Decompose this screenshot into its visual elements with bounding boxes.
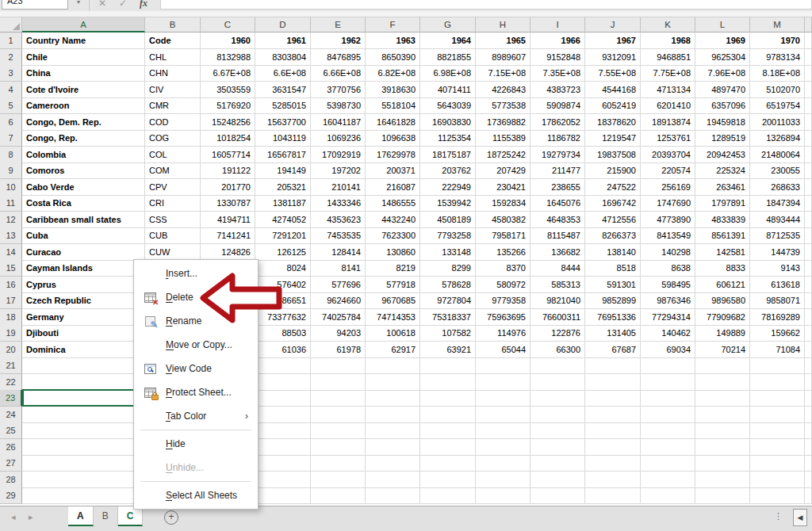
select-all-corner[interactable] bbox=[0, 17, 22, 32]
cell[interactable] bbox=[641, 390, 695, 407]
formula-input[interactable] bbox=[160, 0, 812, 10]
row-header-13[interactable]: 13 bbox=[0, 227, 22, 244]
cell[interactable]: 138140 bbox=[585, 244, 641, 261]
cell[interactable]: 576402 bbox=[255, 277, 311, 293]
cell[interactable] bbox=[641, 439, 695, 456]
cell[interactable] bbox=[420, 374, 476, 391]
cell[interactable] bbox=[311, 407, 366, 423]
cell[interactable] bbox=[530, 472, 585, 488]
cell[interactable] bbox=[366, 472, 420, 488]
cell[interactable]: 1381187 bbox=[255, 195, 311, 212]
cell[interactable]: 225324 bbox=[695, 162, 750, 179]
cell[interactable] bbox=[805, 162, 812, 179]
column-header-l[interactable]: L bbox=[695, 17, 750, 32]
cell[interactable] bbox=[750, 455, 805, 472]
cell[interactable] bbox=[805, 179, 812, 196]
cell[interactable] bbox=[476, 357, 530, 374]
column-header-i[interactable]: I bbox=[530, 17, 585, 32]
cell[interactable] bbox=[750, 357, 805, 374]
row-header-3[interactable]: 3 bbox=[0, 65, 22, 82]
cell[interactable]: 16041187 bbox=[311, 114, 366, 131]
cell[interactable] bbox=[530, 357, 585, 374]
cell[interactable] bbox=[255, 407, 311, 423]
row-header-7[interactable]: 7 bbox=[0, 130, 22, 147]
cell[interactable] bbox=[530, 390, 585, 407]
cell[interactable] bbox=[311, 487, 366, 504]
cell[interactable]: Country Name bbox=[22, 32, 145, 49]
cell[interactable]: 1966 bbox=[530, 32, 585, 49]
cell[interactable] bbox=[695, 455, 750, 472]
cell[interactable]: 591301 bbox=[585, 277, 641, 293]
cell[interactable]: 5773538 bbox=[476, 97, 530, 114]
cell[interactable]: CHN bbox=[145, 65, 201, 82]
cell[interactable] bbox=[585, 374, 641, 391]
cell[interactable]: 8303804 bbox=[255, 49, 311, 66]
cell[interactable]: 1155389 bbox=[476, 130, 530, 147]
cell[interactable]: 6.67E+08 bbox=[201, 65, 255, 82]
cell[interactable] bbox=[366, 357, 420, 374]
cell[interactable] bbox=[805, 32, 812, 49]
cell[interactable]: 1964 bbox=[420, 32, 476, 49]
cell[interactable]: 222949 bbox=[420, 179, 476, 196]
cell[interactable]: 8712535 bbox=[750, 227, 805, 244]
cell[interactable]: Congo, Dem. Rep. bbox=[22, 114, 145, 131]
cell[interactable] bbox=[695, 374, 750, 391]
column-header-e[interactable]: E bbox=[311, 17, 366, 32]
row-header-26[interactable]: 26 bbox=[0, 439, 22, 456]
cell[interactable] bbox=[366, 455, 420, 472]
row-header-4[interactable]: 4 bbox=[0, 82, 22, 98]
cell[interactable]: 16903830 bbox=[420, 114, 476, 131]
cell[interactable]: 8989607 bbox=[476, 49, 530, 66]
cell[interactable] bbox=[311, 390, 366, 407]
cell[interactable]: 1096638 bbox=[366, 130, 420, 147]
cell[interactable] bbox=[255, 390, 311, 407]
cell[interactable] bbox=[585, 390, 641, 407]
cell[interactable]: 16461828 bbox=[366, 114, 420, 131]
cell[interactable]: 100618 bbox=[366, 325, 420, 342]
column-header-d[interactable]: D bbox=[255, 17, 311, 32]
cell[interactable]: 8413549 bbox=[641, 227, 695, 244]
cell[interactable] bbox=[805, 292, 812, 309]
tab-scroll-left-icon[interactable]: ◂ bbox=[11, 512, 16, 522]
cell[interactable] bbox=[255, 357, 311, 374]
cell[interactable]: 4383723 bbox=[530, 82, 585, 98]
cell[interactable]: 4508189 bbox=[420, 212, 476, 228]
cell[interactable] bbox=[805, 49, 812, 66]
cell[interactable]: 149889 bbox=[695, 325, 750, 342]
cell[interactable]: 9624660 bbox=[311, 292, 366, 309]
cell[interactable]: 8518 bbox=[585, 260, 641, 277]
tabbar-splitter-icon[interactable]: ⋮ bbox=[774, 511, 783, 521]
cell[interactable]: 9312091 bbox=[585, 49, 641, 66]
cell[interactable] bbox=[476, 374, 530, 391]
cell[interactable]: 67687 bbox=[585, 342, 641, 358]
cell[interactable]: 578628 bbox=[420, 277, 476, 293]
cell[interactable]: 15248256 bbox=[201, 114, 255, 131]
cell[interactable]: 191122 bbox=[201, 162, 255, 179]
cell[interactable]: 20942453 bbox=[695, 147, 750, 163]
cell[interactable]: 124826 bbox=[201, 244, 255, 261]
cell[interactable]: 4274052 bbox=[255, 212, 311, 228]
cell[interactable] bbox=[366, 390, 420, 407]
cell[interactable]: 9852899 bbox=[585, 292, 641, 309]
cell[interactable]: 4544168 bbox=[585, 82, 641, 98]
cell[interactable] bbox=[695, 390, 750, 407]
cell[interactable]: 1960 bbox=[201, 32, 255, 49]
cell[interactable] bbox=[750, 374, 805, 391]
cell[interactable]: 78169289 bbox=[750, 309, 805, 326]
cell[interactable] bbox=[366, 439, 420, 456]
cell[interactable]: 1967 bbox=[585, 32, 641, 49]
cell[interactable]: Czech Republic bbox=[22, 292, 145, 309]
cell[interactable]: 7.15E+08 bbox=[476, 65, 530, 82]
cell[interactable] bbox=[805, 487, 812, 504]
column-header-b[interactable]: B bbox=[145, 17, 201, 32]
tab-scroll-right-icon[interactable]: ▸ bbox=[29, 512, 33, 522]
cell[interactable]: 7453535 bbox=[311, 227, 366, 244]
cell[interactable]: 21480064 bbox=[750, 147, 805, 163]
row-header-9[interactable]: 9 bbox=[0, 162, 22, 179]
cell[interactable]: 4713134 bbox=[641, 82, 695, 98]
cell[interactable] bbox=[585, 422, 641, 439]
cell[interactable]: 8132988 bbox=[201, 49, 255, 66]
cell[interactable] bbox=[750, 390, 805, 407]
cell[interactable] bbox=[311, 439, 366, 456]
cell[interactable] bbox=[585, 455, 641, 472]
